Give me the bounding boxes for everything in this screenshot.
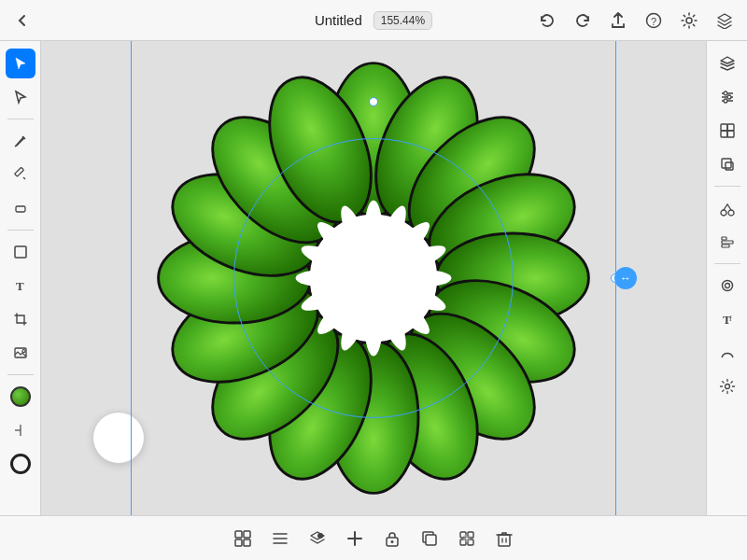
flower-graphic[interactable]: // We'll draw petals manually via path — [149, 54, 598, 502]
shape-tool[interactable] — [6, 237, 35, 267]
eraser-tool[interactable] — [6, 193, 35, 223]
select-tool[interactable] — [6, 49, 35, 78]
transform-panel-button[interactable] — [712, 149, 742, 179]
settings-panel-button[interactable] — [712, 371, 742, 401]
back-button[interactable] — [9, 7, 35, 34]
svg-point-8 — [22, 350, 25, 353]
share-button[interactable] — [605, 7, 631, 34]
stroke-color-swatch — [10, 454, 31, 474]
pencil-tool[interactable] — [6, 160, 35, 189]
delete-button[interactable] — [487, 522, 521, 555]
document-title: Untitled — [315, 12, 362, 28]
crop-tool[interactable] — [6, 304, 35, 334]
canvas-content[interactable]: ↔ ↕ — [131, 41, 616, 515]
svg-rect-70 — [244, 539, 250, 546]
svg-rect-85 — [499, 535, 510, 546]
direct-select-tool[interactable] — [6, 82, 35, 112]
canvas-area[interactable]: ↔ ↕ — [41, 41, 706, 515]
help-button[interactable]: ? — [641, 7, 667, 34]
text-panel-button[interactable]: Tf — [712, 304, 742, 334]
svg-point-2 — [686, 18, 692, 23]
svg-text:T: T — [16, 279, 24, 293]
fill-color-button[interactable] — [6, 382, 35, 412]
topbar-left — [9, 7, 35, 34]
tool-divider-3 — [7, 374, 34, 375]
svg-rect-4 — [16, 206, 25, 212]
svg-point-49 — [727, 95, 731, 99]
topbar-right: ? — [534, 7, 738, 34]
main-area: T — [0, 41, 747, 515]
stroke-color-button[interactable] — [6, 449, 35, 479]
tool-divider-2 — [7, 230, 34, 231]
svg-rect-68 — [244, 531, 250, 538]
export-panel-button[interactable] — [712, 116, 742, 146]
top-bar: Untitled 155.44% ? — [0, 0, 747, 41]
svg-rect-67 — [235, 531, 242, 538]
svg-point-78 — [391, 540, 394, 543]
layers-order-button[interactable] — [301, 522, 334, 555]
svg-point-62 — [722, 281, 732, 291]
pen-tool[interactable] — [6, 126, 35, 156]
svg-point-44 — [348, 253, 399, 303]
cut-panel-button[interactable] — [712, 193, 742, 223]
redo-button[interactable] — [570, 7, 596, 34]
svg-point-48 — [724, 91, 727, 95]
align-button[interactable] — [263, 522, 297, 555]
svg-rect-51 — [721, 124, 727, 131]
svg-rect-3 — [14, 167, 23, 176]
svg-rect-60 — [722, 241, 733, 244]
adjust-panel-button[interactable] — [712, 82, 742, 112]
rotate-indicator[interactable]: ↔ — [614, 267, 637, 289]
group-button[interactable] — [450, 522, 484, 555]
align-panel-button[interactable] — [712, 227, 742, 257]
opacity-button[interactable] — [6, 415, 35, 445]
svg-rect-54 — [727, 131, 734, 137]
image-tool[interactable] — [6, 338, 35, 368]
svg-point-57 — [721, 210, 726, 216]
copy-button[interactable] — [413, 522, 446, 555]
svg-point-63 — [725, 284, 729, 288]
curve-panel-button[interactable] — [712, 338, 742, 368]
topbar-center: Untitled 155.44% — [315, 11, 432, 30]
svg-rect-84 — [464, 536, 470, 541]
svg-point-66 — [725, 385, 729, 389]
text-tool[interactable]: T — [6, 271, 35, 301]
undo-button[interactable] — [534, 7, 560, 34]
tool-divider-1 — [7, 119, 34, 119]
zoom-level[interactable]: 155.44% — [374, 11, 432, 30]
right-divider-1 — [714, 186, 740, 187]
camera-panel-button[interactable] — [712, 271, 742, 301]
add-object-button[interactable] — [338, 522, 372, 555]
svg-rect-5 — [15, 246, 26, 258]
svg-point-58 — [728, 210, 734, 216]
right-toolbar: Tf — [706, 41, 747, 515]
arrange-button[interactable] — [226, 522, 260, 555]
right-divider-2 — [714, 263, 740, 264]
svg-rect-69 — [235, 539, 242, 546]
svg-text:f: f — [729, 315, 732, 323]
svg-point-50 — [724, 99, 727, 103]
svg-rect-52 — [727, 124, 734, 131]
svg-rect-61 — [722, 245, 729, 247]
layers-button[interactable] — [712, 7, 738, 34]
bottom-bar — [0, 515, 747, 560]
svg-rect-55 — [722, 159, 731, 168]
svg-rect-56 — [726, 162, 733, 170]
lock-button[interactable] — [375, 522, 409, 555]
svg-rect-79 — [426, 535, 436, 545]
layers-panel-button[interactable] — [712, 49, 742, 78]
svg-rect-53 — [721, 131, 727, 137]
svg-point-74 — [317, 533, 323, 539]
svg-rect-59 — [722, 237, 726, 240]
settings-button[interactable] — [676, 7, 702, 34]
svg-text:?: ? — [651, 15, 656, 26]
fill-color-swatch — [10, 386, 31, 407]
left-toolbar: T — [0, 41, 41, 515]
